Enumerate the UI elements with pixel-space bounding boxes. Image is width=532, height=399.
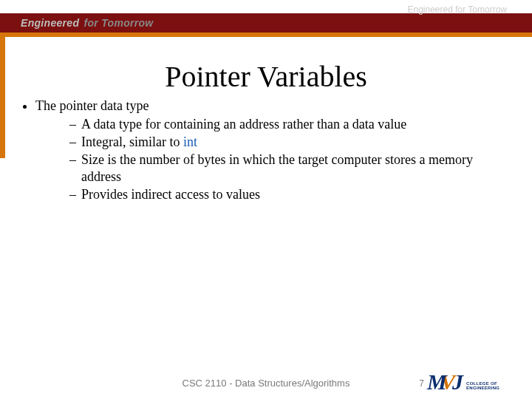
logo-letter-j: J — [452, 371, 463, 393]
bullet-item: Size is the number of bytes in which the… — [69, 151, 510, 185]
slide-body: The pointer data type A data type for co… — [22, 98, 510, 204]
bullet-list-level2: A data type for containing an address ra… — [69, 116, 510, 203]
footer-page-number: 7 — [419, 378, 424, 389]
bullet-text: The pointer data type — [35, 98, 149, 113]
slide-title: Pointer Variables — [0, 59, 532, 94]
bullet-item: Integral, similar to int — [69, 134, 510, 151]
header-band-red: Engineered for Tomorrow — [0, 13, 532, 33]
bullet-text: Provides indirect access to values — [81, 187, 260, 202]
bullet-item: The pointer data type A data type for co… — [35, 98, 510, 203]
slide: Engineered for Tomorrow Engineered for T… — [0, 0, 532, 399]
bullet-text: Size is the number of bytes in which the… — [81, 152, 473, 184]
college-logo: M V J COLLEGE OF ENGINEERING — [440, 364, 522, 393]
keyword-int: int — [183, 134, 197, 149]
header-band-text-1: Engineered — [21, 17, 79, 29]
header-band-orange — [0, 33, 532, 37]
logo-caption: COLLEGE OF ENGINEERING — [466, 381, 499, 390]
bullet-text: Integral, similar to — [81, 134, 183, 149]
bullet-list-level1: The pointer data type A data type for co… — [35, 98, 510, 203]
header-band-text: Engineered for Tomorrow — [21, 17, 154, 29]
logo-letter-m: M — [427, 371, 447, 393]
bullet-item: Provides indirect access to values — [69, 186, 510, 203]
tagline-overlay: Engineered for Tomorrow — [407, 4, 507, 15]
logo-caption-line2: ENGINEERING — [466, 386, 499, 390]
bullet-text: A data type for containing an address ra… — [81, 117, 406, 132]
bullet-item: A data type for containing an address ra… — [69, 116, 510, 133]
top-bar: Engineered for Tomorrow Engineered for T… — [0, 0, 532, 38]
left-rail — [0, 33, 5, 158]
header-band-text-2: for Tomorrow — [83, 17, 153, 29]
